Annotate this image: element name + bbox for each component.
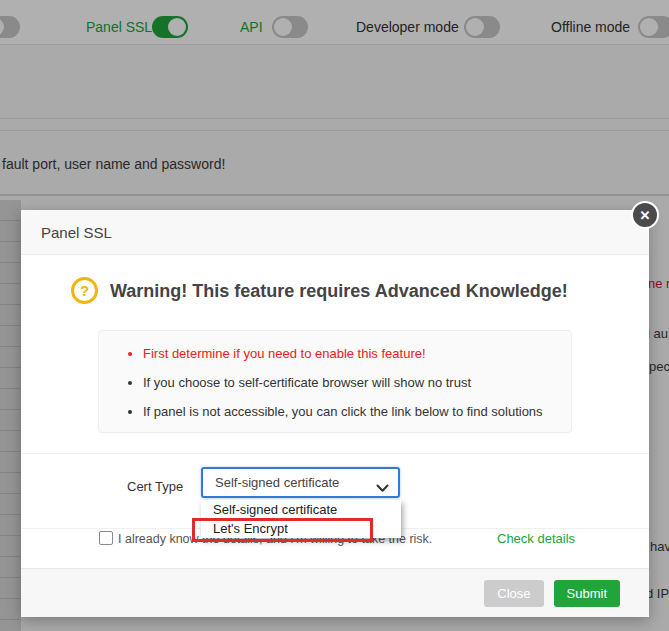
cert-type-selected-value: Self-signed certificate	[215, 475, 339, 490]
risk-checkbox[interactable]	[99, 531, 113, 545]
divider-line	[21, 453, 649, 454]
option-self-signed-certificate[interactable]: Self-signed certificate	[201, 500, 401, 519]
warning-note: If you choose to self-certificate browse…	[143, 375, 571, 395]
cert-type-label: Cert Type	[127, 479, 183, 494]
question-mark-icon: ?	[71, 277, 98, 304]
close-icon[interactable]: ✕	[631, 201, 659, 229]
close-button[interactable]: Close	[484, 580, 543, 607]
check-details-link[interactable]: Check details	[497, 531, 575, 546]
submit-button[interactable]: Submit	[554, 580, 620, 607]
warning-title: Warning! This feature requires Advanced …	[110, 281, 568, 302]
cert-type-select[interactable]: Self-signed certificate	[201, 467, 400, 498]
dialog-footer: Close Submit	[21, 568, 649, 617]
cert-type-dropdown-list: Self-signed certificate Let's Encrypt	[201, 500, 401, 538]
dialog-header: Panel SSL	[21, 210, 649, 255]
screen: Panel SSL API Developer mode Offline mod…	[0, 0, 669, 631]
warning-note: First determine if you need to enable th…	[143, 346, 571, 366]
warning-notes-box: First determine if you need to enable th…	[98, 330, 572, 433]
option-lets-encrypt[interactable]: Let's Encrypt	[201, 519, 401, 538]
chevron-down-icon	[376, 479, 389, 497]
panel-ssl-dialog: Panel SSL ✕ ? Warning! This feature requ…	[21, 210, 649, 617]
warning-note: If panel is not accessible, you can clic…	[143, 404, 571, 424]
dialog-title: Panel SSL	[41, 224, 112, 241]
